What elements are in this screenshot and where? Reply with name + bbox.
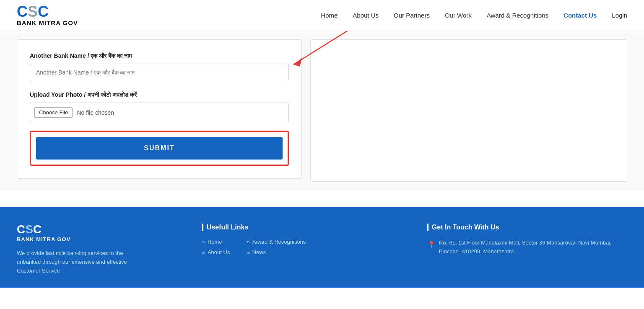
footer-brand: CSC BANK MITRA GOV We provide last mile … [17,224,177,275]
site-header: CSC BANK MITRA GOV Home About Us Our Par… [0,0,644,31]
logo-s: S [28,4,38,19]
nav-our-work[interactable]: Our Work [445,12,472,19]
contact-address: 📍 No.-61, 1st Floor Mahalaxmi Mall, Sect… [427,239,627,256]
footer-logo-sub: BANK MITRA GOV [17,236,177,242]
nav-contact-us[interactable]: Contact Us [564,12,597,19]
footer-contact: Get In Touch With Us 📍 No.-61, 1st Floor… [427,224,627,275]
footer-useful-links: Usefull Links Home About Us Award & Reco… [202,224,402,275]
footer-link-about-us[interactable]: About Us [202,249,230,255]
logo-c1: C [17,4,28,19]
footer-link-home[interactable]: Home [202,239,230,245]
main-nav: Home About Us Our Partners Our Work Awar… [321,12,627,19]
footer-logo: CSC [17,224,177,235]
logo: CSC [17,4,78,19]
bank-name-input[interactable] [30,64,289,81]
choose-file-button[interactable]: Choose File [34,107,73,118]
nav-award-recognitions[interactable]: Award & Recognitions [487,12,548,19]
nav-home[interactable]: Home [321,12,338,19]
footer-links-col1: Home About Us [202,239,230,255]
right-panel [310,39,627,182]
file-input-wrapper: Choose File No file chosen [30,103,289,122]
nav-our-partners[interactable]: Our Partners [394,12,430,19]
submit-button[interactable]: SUBMIT [36,137,283,160]
logo-c2: C [38,4,49,19]
logo-subtitle: BANK MITRA GOV [17,19,78,26]
footer-description: We provide last mile banking services to… [17,249,134,275]
nav-login[interactable]: Login [612,12,627,19]
no-file-text: No file chosen [77,109,114,116]
bank-name-label: Another Bank Name / एक और बैंक का नाम [30,52,289,59]
footer-logo-s: S [25,223,33,236]
upload-label: Upload Your Photo / अपनी फोटो अपलोड करें [30,91,289,98]
nav-about-us[interactable]: About Us [353,12,379,19]
location-icon: 📍 [427,239,436,256]
form-card: Another Bank Name / एक और बैंक का नाम Up… [17,39,302,179]
footer-logo-c1: C [17,223,25,236]
footer-logo-c2: C [33,223,42,236]
site-footer: CSC BANK MITRA GOV We provide last mile … [0,207,644,288]
address-text: No.-61, 1st Floor Mahalaxmi Mall, Sector… [439,239,627,256]
useful-links-title: Usefull Links [202,224,402,231]
footer-links-col2: Award & Recognitions News [247,239,306,255]
contact-title: Get In Touch With Us [427,224,627,231]
footer-links-grid: Home About Us Award & Recognitions News [202,239,402,255]
footer-link-award[interactable]: Award & Recognitions [247,239,306,245]
logo-area: CSC BANK MITRA GOV [17,4,78,26]
upload-section: Upload Your Photo / अपनी फोटो अपलोड करें… [30,91,289,122]
content-area: Another Bank Name / एक और बैंक का नाम Up… [0,31,644,190]
submit-highlight-box: SUBMIT [30,131,289,166]
footer-link-news[interactable]: News [247,249,306,255]
